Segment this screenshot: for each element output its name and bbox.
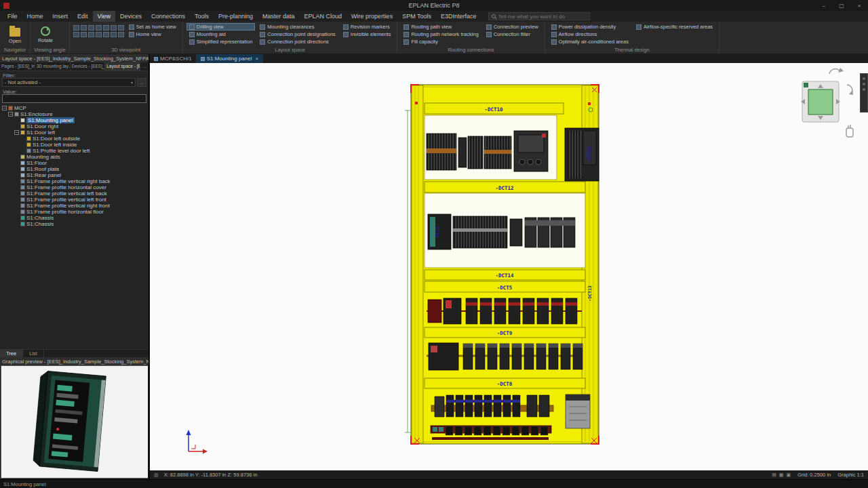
ribbon-home-view-button[interactable]: Home view <box>126 30 179 38</box>
ribbon-connection-point-designations-button[interactable]: Connection point designations <box>257 30 338 38</box>
ribbon-revision-markers-button[interactable]: Revision markers <box>340 23 394 30</box>
ribbon-set-as-home-view-button[interactable]: Set as home view <box>126 23 179 30</box>
menu-pre-planning[interactable]: Pre-planning <box>214 11 258 22</box>
doctab-mcp-sch-1[interactable]: MCP&SCH/1 <box>150 54 197 63</box>
ribbon-mounting-aid-button[interactable]: Mounting aid <box>186 30 256 38</box>
ribbon-mounting-clearances-button[interactable]: Mounting clearances <box>257 23 338 30</box>
tab-list[interactable]: List <box>23 350 44 357</box>
tree-item-s1-rear-panel[interactable]: S1:Rear panel <box>0 172 149 178</box>
menu-master-data[interactable]: Master data <box>258 11 300 22</box>
close-button[interactable]: × <box>850 0 868 11</box>
tree-item-s1-profile-level-door-left[interactable]: S1:Profile level door left <box>0 148 149 154</box>
tree-item-s1-frame-profile-horizontal-floor[interactable]: S1:Frame profile horizontal floor <box>0 209 149 215</box>
tab-overflow-button[interactable]: … <box>140 62 149 70</box>
profile-icon <box>20 185 25 190</box>
menu-view[interactable]: View <box>93 11 115 22</box>
view-angle-icon[interactable] <box>118 25 124 30</box>
maximize-button[interactable]: ▢ <box>833 0 850 11</box>
menu-insert[interactable]: Insert <box>48 11 73 22</box>
tree-item-mounting-aids[interactable]: Mounting aids <box>0 154 149 160</box>
menu-eplan-cloud[interactable]: EPLAN Cloud <box>300 11 347 22</box>
tree-item-s1-chassis[interactable]: S1:Chassis <box>0 221 149 227</box>
snap-toggle-icon[interactable]: ▣ <box>786 472 791 478</box>
minimize-button[interactable]: – <box>815 0 833 11</box>
ribbon-invisible-elements-button[interactable]: Invisible elements <box>340 30 394 38</box>
view-angle-icon[interactable] <box>88 25 94 30</box>
view-cube[interactable] <box>801 81 840 122</box>
tree-item-s1-door-left[interactable]: −S1:Door left <box>0 129 149 136</box>
view-angle-icon[interactable] <box>88 32 94 37</box>
layer-icon[interactable]: ▤ <box>772 472 776 478</box>
tree-item-s1-door-right[interactable]: S1:Door right <box>0 123 149 129</box>
ribbon-connection-point-directions-button[interactable]: Connection point directions <box>257 38 338 45</box>
view-angle-icon[interactable] <box>73 25 79 30</box>
ribbon-airflow-directions-button[interactable]: Airflow directions <box>549 30 631 38</box>
tree-item-s1-chassis[interactable]: S1:Chassis <box>0 215 149 221</box>
doctab-s1-mounting-panel[interactable]: S1:Mounting panel× <box>197 54 263 63</box>
ribbon-connection-preview-button[interactable]: Connection preview <box>484 23 541 30</box>
duct-label: -DCT10 <box>484 106 503 113</box>
menu-e3dinterface[interactable]: E3DInterface <box>436 11 481 22</box>
view-angle-icon[interactable] <box>118 32 124 37</box>
ribbon-routing-path-network-tracking-button[interactable]: Routing path network tracking <box>401 30 481 38</box>
mounting-panel[interactable]: -DCT10 -DCT12 -DCT14 -DCT5 -DCT9 -DCT8 <box>405 85 599 444</box>
docked-panel-tab[interactable] <box>860 73 868 113</box>
menu-edit[interactable]: Edit <box>73 11 93 22</box>
view-angle-icon[interactable] <box>96 32 102 37</box>
selection-mode-icon[interactable]: ▥ <box>154 472 159 478</box>
navigator-tab-3[interactable]: Layout space - [E... <box>105 62 140 70</box>
tree-item-s1-door-left-inside[interactable]: S1:Door left inside <box>0 142 149 148</box>
command-search[interactable] <box>488 12 590 20</box>
ribbon-drilling-view-button[interactable]: Drilling view <box>186 23 256 30</box>
tree-item-s1-floor[interactable]: S1:Floor <box>0 160 149 166</box>
collapse-icon[interactable]: − <box>14 130 19 135</box>
menu-file[interactable]: File <box>3 11 22 22</box>
menu-spm-tools[interactable]: SPM Tools <box>397 11 436 22</box>
collapse-icon[interactable]: − <box>2 106 7 110</box>
tree-item-s1-frame-profile-vertical-right-back[interactable]: S1:Frame profile vertical right back <box>0 178 149 184</box>
filter-more-button[interactable]: … <box>137 78 146 87</box>
ribbon-simplified-representation-button[interactable]: Simplified representation <box>186 38 256 45</box>
tab-tree[interactable]: Tree <box>0 350 23 357</box>
view-angle-icon[interactable] <box>103 32 109 37</box>
view-angle-icon[interactable] <box>111 32 117 37</box>
tree-item-s1-frame-profile-vertical-left-front[interactable]: S1:Frame profile vertical left front <box>0 197 149 203</box>
drawing-canvas[interactable]: -DCT10 -DCT12 -DCT14 -DCT5 -DCT9 -DCT8 <box>150 63 868 470</box>
menu-connections[interactable]: Connections <box>146 11 190 22</box>
tree-item-s1-frame-profile-vertical-right-front[interactable]: S1:Frame profile vertical right front <box>0 203 149 209</box>
view-angle-icon[interactable] <box>111 25 117 30</box>
view-angle-icon[interactable] <box>81 25 87 30</box>
filter-dropdown[interactable]: - Not activated - ▾ <box>2 78 136 87</box>
collapse-icon[interactable]: − <box>8 112 13 117</box>
menu-tools[interactable]: Tools <box>190 11 214 22</box>
tree-item-s1-enclosure[interactable]: −S1:Enclosure <box>0 111 149 117</box>
navigator-tab-1[interactable]: 3D mounting lay... <box>35 62 71 70</box>
ribbon-optimally-air-conditioned-areas-button[interactable]: Optimally air-conditioned areas <box>549 38 631 45</box>
tree-item-mcp[interactable]: −MCP <box>0 105 149 111</box>
tree-item-s1-roof-plate[interactable]: S1:Roof plate <box>0 166 149 172</box>
view-angle-icon[interactable] <box>96 25 102 30</box>
tree-item-s1-frame-profile-vertical-left-back[interactable]: S1:Frame profile vertical left back <box>0 190 149 197</box>
grid-toggle-icon[interactable]: ▦ <box>779 472 784 478</box>
menu-devices[interactable]: Devices <box>115 11 146 22</box>
tree-item-s1-door-left-outside[interactable]: S1:Door left outside <box>0 136 149 142</box>
menu-wire-properties[interactable]: Wire properties <box>347 11 397 22</box>
ribbon-routing-path-view-button[interactable]: Routing path view <box>401 23 481 30</box>
view-angle-icon[interactable] <box>103 25 109 30</box>
ribbon-power-dissipation-density-button[interactable]: Power dissipation density <box>549 23 631 30</box>
ribbon-connection-filter-button[interactable]: Connection filter <box>484 30 541 38</box>
tree-item-s1-frame-profile-horizontal-cover[interactable]: S1:Frame profile horizontal cover <box>0 184 149 190</box>
view-angle-icon[interactable] <box>81 32 87 37</box>
close-tab-icon[interactable]: × <box>255 56 258 62</box>
view-angle-icon[interactable] <box>73 32 79 37</box>
ribbon-open-button[interactable]: Open <box>3 23 26 46</box>
value-input[interactable] <box>2 94 146 103</box>
navigator-tab-2[interactable]: Devices - [EES]_In... <box>71 62 106 70</box>
ribbon-fill-capacity-button[interactable]: Fill capacity <box>401 38 481 45</box>
tree-item-s1-mounting-panel[interactable]: S1:Mounting panel <box>0 117 149 123</box>
ribbon-airflow-specific-reserved-areas-button[interactable]: Airflow-specific reserved areas <box>633 23 715 30</box>
search-input[interactable] <box>498 14 587 20</box>
ribbon-rotate-button[interactable]: Rotate <box>34 23 57 46</box>
menu-home[interactable]: Home <box>22 11 48 22</box>
navigator-tab-0[interactable]: Pages - [EES]_Ind... <box>0 62 35 70</box>
